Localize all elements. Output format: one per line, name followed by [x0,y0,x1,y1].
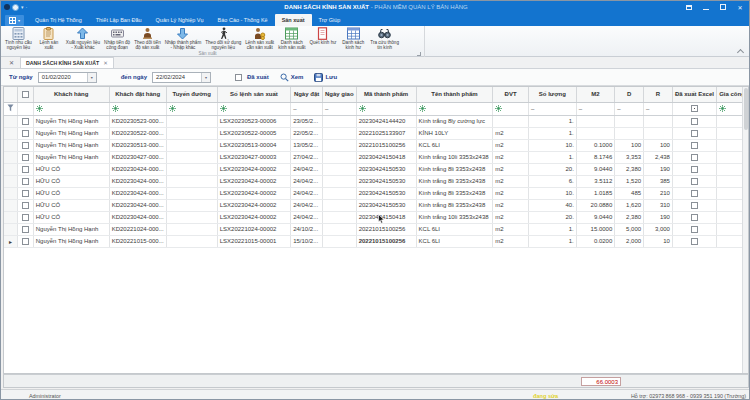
column-header-ma_thanh_pham[interactable]: Mã thành phẩm [356,87,416,102]
cell-tuyen_duong[interactable] [166,235,217,247]
filter-cell-so_luong[interactable]: – [528,102,576,115]
cell-so_lenh_san_xuat[interactable]: LSX20230427-00003 [217,151,290,163]
cell-da_xuat_excel[interactable] [672,235,716,247]
cell-ma_thanh_pham[interactable]: 20221015100256 [356,235,416,247]
cell-ngay_giao[interactable] [322,163,356,175]
cell-dvt[interactable]: m2 [493,175,529,187]
cell-r[interactable]: 2,438 [644,151,673,163]
filter-cell-ma_thanh_pham[interactable] [356,102,416,115]
filter-cell-m2[interactable]: – [576,102,614,115]
cell-khach_dat_hang[interactable]: KD20221015-000... [109,235,166,247]
excel-exported-checkbox[interactable] [691,118,698,125]
select-all-checkbox[interactable] [22,91,29,98]
row-select-cell[interactable] [18,175,34,187]
row-select-checkbox[interactable] [22,130,29,137]
cell-dvt[interactable]: m2 [493,139,529,151]
cell-d[interactable]: 5,000 [615,223,644,235]
cell-ngay_dat[interactable]: 24/04/2... [291,187,323,199]
cell-d[interactable]: 1,520 [615,175,644,187]
row-select-cell[interactable] [18,139,34,151]
cell-r[interactable]: 3,000 [644,223,673,235]
cell-da_xuat_excel[interactable] [672,127,716,139]
cell-m2[interactable]: 1.0185 [576,187,614,199]
cell-ngay_dat[interactable]: 24/04/2... [291,175,323,187]
xem-button[interactable]: Xem [280,68,304,86]
cell-ma_thanh_pham[interactable]: 20230424150418 [356,151,416,163]
cell-da_xuat_excel[interactable] [672,175,716,187]
cell-m2[interactable]: 0.0200 [576,235,614,247]
cell-khach_dat_hang[interactable]: KD20221024-000... [109,223,166,235]
cell-ngay_dat[interactable]: 15/10/2... [291,235,323,247]
cell-khach_hang[interactable]: Nguyễn Thị Hồng Hạnh [33,139,109,151]
cell-tuyen_duong[interactable] [166,211,217,223]
cell-tuyen_duong[interactable] [166,115,217,127]
cell-ngay_giao[interactable] [322,223,356,235]
cell-da_xuat_excel[interactable] [672,187,716,199]
cell-d[interactable]: 485 [615,187,644,199]
cell-m2[interactable]: 15.0000 [576,223,614,235]
menu-tab-thiet-lap-ban-dau[interactable]: Thiết Lập Ban Đầu [89,14,149,26]
cell-r[interactable]: 100 [644,139,673,151]
row-select-cell[interactable] [18,199,34,211]
filter-cell-ngay_giao[interactable]: – [322,102,356,115]
cell-da_xuat_excel[interactable] [672,139,716,151]
row-select-cell[interactable] [18,235,34,247]
cell-ngay_dat[interactable]: 24/04/2... [291,199,323,211]
cell-khach_dat_hang[interactable]: KD20230427-000... [109,151,166,163]
excel-exported-checkbox[interactable] [691,238,698,245]
filter-cell-ngay_dat[interactable]: – [291,102,323,115]
cell-so_lenh_san_xuat[interactable]: LSX20221024-00002 [217,223,290,235]
tinh-nhu-cau-nguyen-lieu-button[interactable]: Tính nhu cầunguyên liệu [3,26,34,51]
cell-m2[interactable] [576,115,614,127]
filter-checkbox[interactable] [691,105,698,112]
cell-tuyen_duong[interactable] [166,175,217,187]
cell-tuyen_duong[interactable] [166,187,217,199]
cell-ma_thanh_pham[interactable]: 20221015100256 [356,223,416,235]
cell-r[interactable] [644,115,673,127]
cell-dvt[interactable]: m2 [493,187,529,199]
filter-cell-d[interactable]: – [615,102,644,115]
menu-tab-quan-tri-he-thong[interactable]: Quản Trị Hệ Thống [28,14,89,26]
filter-cell-da_xuat_excel[interactable] [672,102,716,115]
cell-so_lenh_san_xuat[interactable]: LSX20230513-00004 [217,139,290,151]
lenh-san-xuat-can-san-xuat-button[interactable]: Lệnh sản xuấtcần sản xuất [243,26,276,51]
cell-r[interactable]: 190 [644,163,673,175]
cell-khach_dat_hang[interactable]: KD20230424-000... [109,199,166,211]
cell-khach_dat_hang[interactable]: KD20230523-000... [109,115,166,127]
cell-ma_thanh_pham[interactable]: 20230424150530 [356,199,416,211]
cell-ten_thanh_pham[interactable]: KCL 6LI [416,235,493,247]
theo-doi-su-dung-nguyen-lieu-button[interactable]: Theo dõi sử dụngnguyên liệu [203,26,243,51]
danh-sach-kinh-hu-button[interactable]: Danh sáchkính hư [338,26,368,51]
scrollbar-thumb[interactable] [744,88,748,130]
row-select-checkbox[interactable] [22,178,29,185]
cell-dvt[interactable]: m2 [493,199,529,211]
row-select-checkbox[interactable] [22,154,29,161]
cell-r[interactable]: 210 [644,187,673,199]
lenh-san-xuat-button[interactable]: Lệnh sảnxuất [34,26,64,51]
cell-so_lenh_san_xuat[interactable]: LSX20230522-00005 [217,127,290,139]
menu-tab-bao-cao-thong-ke[interactable]: Báo Cáo - Thống Kê [211,14,275,26]
column-header-so_luong[interactable]: Số lượng [528,87,576,102]
cell-r[interactable]: 385 [644,175,673,187]
filter-cell-tuyen_duong[interactable] [166,102,217,115]
maximize-button[interactable] [718,2,728,12]
cell-khach_hang[interactable]: Nguyễn Thị Hồng Hạnh [33,127,109,139]
dialog-launcher-icon[interactable] [417,52,421,56]
cell-ngay_dat[interactable]: 24/10/2... [291,223,323,235]
cell-ten_thanh_pham[interactable]: KCL 6LI [416,139,493,151]
xuat-nguyen-lieu-button[interactable]: Xuất nguyên liệu- Xuất khác [64,26,102,51]
cell-so_lenh_san_xuat[interactable]: LSX20230523-00006 [217,115,290,127]
cell-khach_dat_hang[interactable]: KD20230424-000... [109,163,166,175]
document-tab-danh-sach-kinh-san-xuat[interactable]: DANH SÁCH KÍNH SẢN XUẤT ✕ [20,57,114,68]
cell-ten_thanh_pham[interactable]: Kính trắng 10li 3353x2438 [416,211,493,223]
cell-m2[interactable]: 9.0440 [576,163,614,175]
ribbon-collapse-icon[interactable] [738,48,743,53]
cell-dvt[interactable]: m2 [493,163,529,175]
close-button[interactable]: ✕ [735,2,745,12]
cell-khach_dat_hang[interactable]: KD20230424-000... [109,211,166,223]
cell-tuyen_duong[interactable] [166,127,217,139]
column-header-ngay_giao[interactable]: Ngày giao [322,87,356,102]
cell-ngay_dat[interactable]: 24/04/2... [291,211,323,223]
cell-dvt[interactable]: m2 [493,151,529,163]
cell-ten_thanh_pham[interactable]: KCL 6LI [416,223,493,235]
